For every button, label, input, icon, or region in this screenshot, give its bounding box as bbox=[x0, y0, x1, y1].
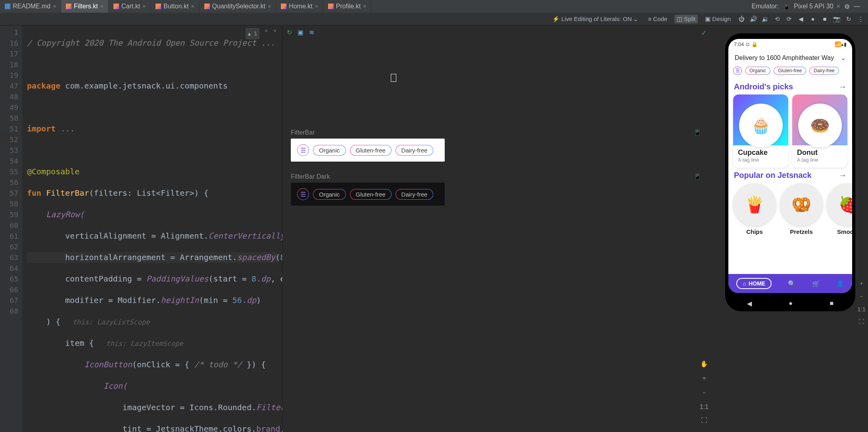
overview-icon[interactable]: ■ bbox=[821, 15, 828, 23]
phone-icon: 📱 bbox=[783, 3, 791, 10]
pan-icon[interactable]: ✋ bbox=[700, 360, 708, 368]
view-mode-design[interactable]: ▣Design bbox=[703, 15, 733, 23]
filter-chip[interactable]: Organic bbox=[313, 145, 346, 156]
split-icon: ◫ bbox=[677, 15, 682, 23]
filter-chip[interactable]: Dairy-free bbox=[396, 189, 434, 200]
line-gutter: 1161718194748495051525354555657585960616… bbox=[0, 25, 22, 432]
arrow-right-icon[interactable]: → bbox=[839, 171, 847, 180]
bottom-navigation: ⌂HOME 🔍 🛒 👤 bbox=[728, 274, 852, 293]
popular-item[interactable]: 🍓Smooth bbox=[827, 183, 852, 235]
app-filter-bar: ☰ Organic Gluten-free Dairy-free bbox=[728, 66, 852, 79]
filter-chip[interactable]: Gluten-free bbox=[774, 67, 806, 75]
filter-chip[interactable]: Organic bbox=[745, 67, 770, 75]
zoom-in-icon[interactable]: ＋ bbox=[701, 374, 707, 382]
emulator-pane: 7:04 ⊙ 🔒 📶▴▮ Delivery to 1600 Amphitheat… bbox=[712, 25, 868, 432]
nav-cart-icon[interactable]: 🛒 bbox=[812, 280, 820, 287]
kotlin-icon bbox=[156, 4, 161, 9]
tab-quantityselector[interactable]: QuantitySelector.kt× bbox=[200, 0, 276, 13]
nav-profile-icon[interactable]: 👤 bbox=[836, 280, 844, 287]
lock-icon: 🔒 bbox=[751, 41, 758, 47]
filter-chip[interactable]: Dairy-free bbox=[809, 67, 839, 75]
close-icon[interactable]: × bbox=[191, 3, 194, 10]
rotate-right-icon[interactable]: ⟳ bbox=[785, 15, 793, 23]
code-editor[interactable]: / Copyright 2020 The Android Open Source… bbox=[22, 25, 282, 432]
editor-sub-toolbar: ⚡Live Editing of Literals: ON ⌄ ≡Code ◫S… bbox=[0, 13, 868, 25]
volume-up-icon[interactable]: 🔊 bbox=[750, 15, 757, 23]
device-screen[interactable]: 7:04 ⊙ 🔒 📶▴▮ Delivery to 1600 Amphitheat… bbox=[728, 39, 852, 293]
snack-image: 🍩 bbox=[798, 104, 842, 147]
zoom-in-icon[interactable]: ＋ bbox=[858, 280, 864, 287]
system-home-icon[interactable]: ● bbox=[789, 300, 793, 307]
nav-search-icon[interactable]: 🔍 bbox=[788, 280, 796, 287]
refresh-preview-icon[interactable]: ↻ bbox=[287, 29, 292, 36]
live-edit-toggle[interactable]: ⚡Live Editing of Literals: ON ⌄ bbox=[550, 15, 641, 23]
snack-card[interactable]: 🍩 DonutA tag line bbox=[792, 94, 847, 168]
filter-chip[interactable]: Organic bbox=[313, 189, 346, 200]
preview-label-dark: FilterBar Dark📱 bbox=[291, 173, 705, 180]
refresh-icon[interactable]: ↻ bbox=[845, 15, 852, 23]
screenshot-icon[interactable]: 📷 bbox=[833, 15, 840, 23]
compose-preview-pane[interactable]: ↻ ▣ ≋ ✓ FilterBar📱 ☰ Organic Gluten-free… bbox=[282, 25, 712, 432]
filter-list-icon[interactable]: ☰ bbox=[297, 188, 309, 200]
close-icon[interactable]: × bbox=[142, 3, 146, 10]
tab-profile[interactable]: Profile.kt× bbox=[323, 0, 371, 13]
zoom-fit-icon[interactable]: ⛶ bbox=[701, 417, 707, 424]
zoom-out-icon[interactable]: － bbox=[858, 293, 864, 300]
system-back-icon[interactable]: ◀ bbox=[747, 300, 752, 307]
close-icon[interactable]: × bbox=[268, 3, 271, 10]
snack-image: 🥨 bbox=[780, 183, 823, 226]
status-bar: 7:04 ⊙ 🔒 📶▴▮ bbox=[728, 39, 852, 49]
filter-list-icon[interactable]: ☰ bbox=[733, 66, 742, 75]
tab-button[interactable]: Button.kt× bbox=[151, 0, 199, 13]
device-selector[interactable]: 📱Pixel 5 API 30× bbox=[783, 3, 840, 10]
filter-chip[interactable]: Dairy-free bbox=[396, 145, 434, 156]
arrow-right-icon[interactable]: → bbox=[839, 82, 847, 91]
tab-cart[interactable]: Cart.kt× bbox=[109, 0, 151, 13]
system-overview-icon[interactable]: ■ bbox=[830, 300, 834, 307]
filterbar-preview-light: ☰ Organic Gluten-free Dairy-free bbox=[291, 139, 445, 162]
view-mode-code[interactable]: ≡Code bbox=[645, 15, 670, 23]
close-icon[interactable]: × bbox=[100, 3, 104, 10]
snack-image: 🧁 bbox=[739, 104, 783, 147]
device-config-icon[interactable]: 📱 bbox=[693, 129, 701, 136]
close-icon[interactable]: × bbox=[315, 3, 318, 10]
popular-item[interactable]: 🍟Chips bbox=[733, 183, 776, 235]
chevron-up-icon[interactable]: ˄ bbox=[264, 28, 268, 39]
zoom-out-icon[interactable]: － bbox=[701, 389, 707, 397]
filter-chip[interactable]: Gluten-free bbox=[350, 189, 392, 200]
view-mode-split[interactable]: ◫Split bbox=[674, 15, 698, 23]
layers-icon[interactable]: ≋ bbox=[309, 29, 314, 36]
filterbar-preview-dark: ☰ Organic Gluten-free Dairy-free bbox=[291, 183, 445, 206]
build-ok-icon: ✓ bbox=[701, 29, 707, 37]
interactive-preview-icon[interactable]: ▣ bbox=[298, 29, 303, 36]
device-config-icon[interactable]: 📱 bbox=[693, 173, 701, 180]
snack-card[interactable]: 🧁 CupcakeA tag line bbox=[733, 94, 788, 168]
zoom-fit-icon[interactable]: ⛶ bbox=[858, 318, 864, 325]
more-icon[interactable]: ⋮ bbox=[857, 15, 864, 23]
popular-item[interactable]: 🥨Pretzels bbox=[780, 183, 823, 235]
filter-chip[interactable]: Gluten-free bbox=[350, 145, 392, 156]
gear-icon[interactable]: ⚙ bbox=[844, 3, 850, 10]
delivery-address[interactable]: Delivery to 1600 Amphitheater Way⌄ bbox=[728, 49, 852, 66]
close-icon[interactable]: × bbox=[53, 3, 56, 10]
power-icon[interactable]: ⏻ bbox=[738, 15, 745, 23]
chevron-down-icon[interactable]: ˅ bbox=[273, 28, 277, 39]
minimize-icon[interactable]: — bbox=[854, 3, 860, 10]
rotate-left-icon[interactable]: ⟲ bbox=[774, 15, 781, 23]
tab-home[interactable]: Home.kt× bbox=[276, 0, 323, 13]
close-icon[interactable]: × bbox=[363, 3, 366, 10]
nav-home[interactable]: ⌂HOME bbox=[736, 278, 771, 289]
tab-filters[interactable]: Filters.kt× bbox=[61, 0, 109, 13]
home-icon[interactable]: ● bbox=[809, 15, 816, 23]
inspection-badge[interactable]: ▲ 1 bbox=[246, 28, 259, 39]
filter-list-icon[interactable]: ☰ bbox=[297, 144, 309, 156]
volume-down-icon[interactable]: 🔉 bbox=[762, 15, 769, 23]
back-icon[interactable]: ◀ bbox=[797, 15, 805, 23]
zoom-ratio[interactable]: 1:1 bbox=[857, 306, 866, 312]
zoom-ratio[interactable]: 1:1 bbox=[700, 403, 709, 411]
tab-readme[interactable]: README.md× bbox=[0, 0, 61, 13]
notification-icon: ⊙ bbox=[745, 41, 750, 47]
kotlin-icon bbox=[204, 4, 210, 9]
kotlin-icon bbox=[281, 4, 286, 9]
close-icon[interactable]: × bbox=[837, 3, 840, 10]
